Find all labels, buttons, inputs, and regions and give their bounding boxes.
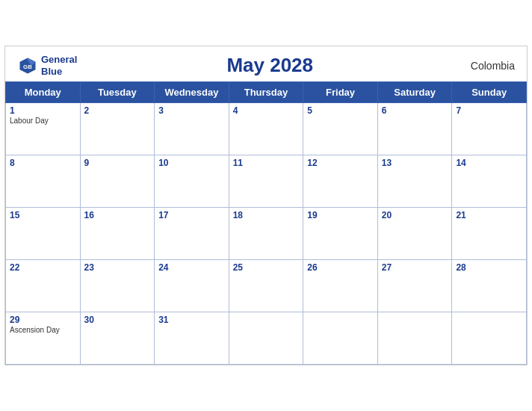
holiday-label: Ascension Day	[10, 326, 76, 334]
day-number: 31	[158, 315, 225, 325]
day-number: 29	[10, 315, 76, 325]
logo-area: GB General Blue	[17, 54, 77, 77]
calendar-cell: 16	[80, 208, 155, 260]
calendar-cell: 23	[80, 260, 155, 312]
logo-text: General Blue	[41, 54, 77, 77]
day-number: 5	[307, 105, 374, 116]
calendar-cell	[229, 312, 303, 365]
calendar-cell: 25	[229, 260, 303, 312]
col-thursday: Thursday	[229, 82, 303, 103]
calendar-cell	[377, 312, 452, 365]
day-number: 4	[233, 105, 300, 116]
day-number: 28	[456, 262, 522, 273]
day-number: 16	[84, 210, 151, 220]
svg-text:GB: GB	[23, 63, 32, 69]
calendar-cell: 31	[155, 312, 229, 365]
calendar-cell: 14	[452, 155, 527, 208]
calendar-cell: 20	[377, 208, 452, 260]
col-wednesday: Wednesday	[155, 82, 229, 103]
calendar-cell: 30	[80, 312, 155, 365]
day-number: 24	[158, 262, 225, 273]
day-number: 12	[307, 158, 374, 168]
day-number: 1	[10, 105, 76, 116]
country-label: Colombia	[463, 60, 515, 72]
day-number: 23	[84, 262, 151, 273]
calendar-week-row-5: 29Ascension Day3031	[6, 312, 527, 365]
calendar-cell: 10	[155, 155, 229, 208]
day-number: 2	[84, 105, 151, 116]
col-friday: Friday	[303, 82, 378, 103]
calendar-cell: 24	[155, 260, 229, 312]
day-number: 22	[10, 262, 76, 273]
calendar-cell: 7	[452, 103, 527, 155]
calendar-cell: 1Labour Day	[6, 103, 81, 155]
calendar-cell: 5	[303, 103, 378, 155]
calendar-cell: 3	[155, 103, 229, 155]
col-sunday: Sunday	[452, 82, 527, 103]
holiday-label: Labour Day	[10, 117, 76, 125]
calendar-cell: 12	[303, 155, 378, 208]
day-number: 13	[382, 158, 448, 168]
day-number: 7	[456, 105, 522, 116]
col-tuesday: Tuesday	[80, 82, 155, 103]
calendar-cell: 27	[377, 260, 452, 312]
day-number: 27	[382, 262, 448, 273]
calendar-cell: 11	[229, 155, 303, 208]
calendar-cell: 4	[229, 103, 303, 155]
calendar-cell: 2	[80, 103, 155, 155]
day-number: 30	[84, 315, 151, 325]
calendar-week-row-2: 891011121314	[6, 155, 527, 208]
calendar-week-row-1: 1Labour Day234567	[6, 103, 527, 155]
day-number: 15	[10, 210, 76, 220]
logo-general: General	[41, 54, 77, 66]
weekday-header-row: Monday Tuesday Wednesday Thursday Friday…	[6, 82, 527, 103]
generalblue-logo-icon: GB	[17, 55, 38, 76]
col-saturday: Saturday	[377, 82, 452, 103]
day-number: 18	[233, 210, 300, 220]
day-number: 17	[158, 210, 225, 220]
logo-blue: Blue	[41, 66, 77, 78]
calendar-cell: 9	[80, 155, 155, 208]
day-number: 19	[307, 210, 374, 220]
day-number: 14	[456, 158, 522, 168]
calendar-cell: 18	[229, 208, 303, 260]
day-number: 21	[456, 210, 522, 220]
day-number: 26	[307, 262, 374, 273]
calendar-cell: 26	[303, 260, 378, 312]
calendar-title: May 2028	[77, 54, 463, 77]
day-number: 8	[10, 158, 76, 168]
calendar-cell	[452, 312, 527, 365]
calendar-cell: 15	[6, 208, 81, 260]
calendar-week-row-3: 15161718192021	[6, 208, 527, 260]
calendar: GB General Blue May 2028 Colombia Monday…	[4, 46, 528, 365]
calendar-cell: 13	[377, 155, 452, 208]
day-number: 11	[233, 158, 300, 168]
calendar-cell: 6	[377, 103, 452, 155]
col-monday: Monday	[6, 82, 81, 103]
day-number: 25	[233, 262, 300, 273]
calendar-cell: 22	[6, 260, 81, 312]
calendar-cell: 28	[452, 260, 527, 312]
calendar-cell: 29Ascension Day	[6, 312, 81, 365]
calendar-cell: 21	[452, 208, 527, 260]
calendar-cell: 17	[155, 208, 229, 260]
calendar-body: 1Labour Day23456789101112131415161718192…	[6, 103, 527, 365]
calendar-cell	[303, 312, 378, 365]
calendar-week-row-4: 22232425262728	[6, 260, 527, 312]
calendar-thead: Monday Tuesday Wednesday Thursday Friday…	[6, 82, 527, 103]
calendar-cell: 8	[6, 155, 81, 208]
day-number: 10	[158, 158, 225, 168]
day-number: 20	[382, 210, 448, 220]
calendar-table: Monday Tuesday Wednesday Thursday Friday…	[5, 81, 527, 365]
calendar-cell: 19	[303, 208, 378, 260]
calendar-header: GB General Blue May 2028 Colombia	[5, 46, 527, 81]
day-number: 3	[158, 105, 225, 116]
day-number: 6	[382, 105, 448, 116]
day-number: 9	[84, 158, 151, 168]
